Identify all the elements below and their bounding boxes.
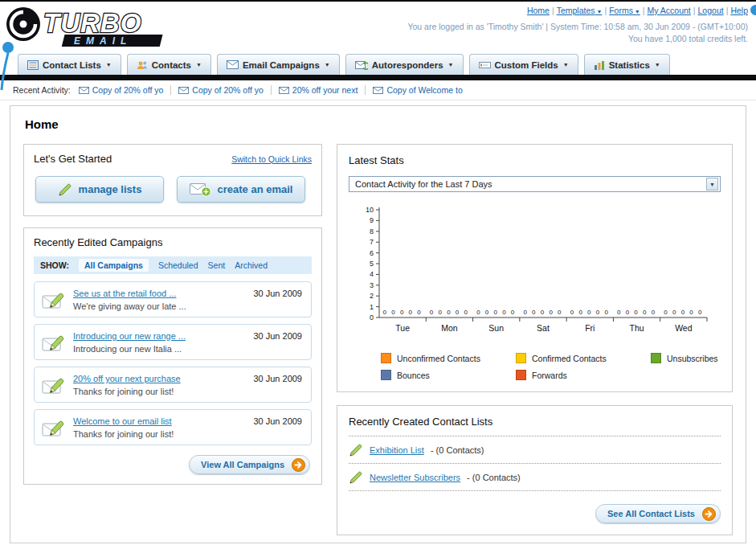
app-logo[interactable]: TURBO EMAIL [3,4,214,51]
svg-text:6: 6 [370,249,374,257]
top-header: TURBO EMAIL Home|Templates ▼|Forms ▼|My … [0,2,756,51]
envelope-icon [373,87,383,94]
stats-chart: 1098765432100 0 0 0 0Tue0 0 0 0 0Mon0 0 … [355,205,713,343]
svg-text:Wed: Wed [675,323,693,333]
switch-quick-links-link[interactable]: Switch to Quick Links [231,154,312,164]
svg-text:0 0 0 0 0: 0 0 0 0 0 [430,309,469,316]
recent-activity-item[interactable]: 20% off your next [271,85,366,95]
contact-list-item: Newsletter Subscribers- (0 Contacts) [349,464,721,491]
nav-tab-custom-fields[interactable]: Custom Fields▼ [469,54,578,75]
nav-tab-label: Email Campaigns [243,60,320,70]
legend-item-confirmed-contacts: Confirmed Contacts [516,353,651,363]
page-title: Home [25,117,733,131]
campaign-title-link[interactable]: See us at the retail food ... [73,289,176,298]
svg-text:5: 5 [370,260,374,268]
contact-lists-title: Recently Created Contact Lists [349,416,721,436]
email-campaigns-icon [227,60,239,69]
header-info: Home|Templates ▼|Forms ▼|My Account|Logo… [407,4,748,44]
campaign-title-link[interactable]: Welcome to our email list [73,416,172,426]
svg-text:Mon: Mon [441,323,458,333]
campaign-title-link[interactable]: Introducing our new range ... [73,331,186,341]
nav-tab-label: Statistics [609,60,650,70]
campaign-date: 30 Jun 2009 [253,416,302,426]
recent-activity-items: Copy of 20% off yoCopy of 20% off yo20% … [79,85,470,95]
recent-activity-link[interactable]: Copy of Welcome to [386,85,462,95]
arrow-right-icon [702,507,716,521]
contact-list-items: Exhibition List- (0 Contacts)Newsletter … [349,436,721,491]
envelope-icon [178,87,189,94]
autoresponders-icon [355,60,368,70]
manage-lists-label: manage lists [79,183,142,195]
recent-activity-link[interactable]: 20% off your next [292,85,358,95]
separator: | [693,6,696,15]
top-link-logout[interactable]: Logout [698,6,724,15]
nav-tab-contacts[interactable]: Contacts▼ [127,54,211,75]
view-all-campaigns-button[interactable]: View All Campaigns [189,455,310,474]
nav-tab-label: Contacts [152,60,191,70]
legend-label: Unconfirmed Contacts [397,354,480,363]
logo-secondary-text: EMAIL [74,35,132,47]
main-nav: Contact Lists▼Contacts▼Email Campaigns▼A… [0,51,756,75]
top-link-templates[interactable]: Templates ▼ [557,6,603,15]
chevron-down-icon: ▼ [106,62,112,68]
contact-lists-icon [27,60,39,70]
create-email-button[interactable]: create an email [177,176,305,203]
legend-swatch [381,370,391,380]
top-links: Home|Templates ▼|Forms ▼|My Account|Logo… [407,6,748,16]
envelope-pencil-icon [42,289,67,311]
create-email-label: create an email [218,183,293,195]
separator: | [726,6,729,15]
login-info: You are logged in as 'Timothy Smith' | S… [407,22,748,32]
chevron-down-icon: ▼ [633,9,640,14]
campaign-title-link[interactable]: 20% off your next purchase [73,374,181,383]
envelope-pencil-icon [42,331,67,354]
custom-fields-icon [479,60,491,70]
credits-info: You have 1,000 total credits left. [407,34,748,44]
legend-item-forwards: Forwards [516,370,651,380]
see-all-contact-lists-button[interactable]: See All Contact Lists [595,504,721,523]
contact-list-count: - (0 Contacts) [431,445,484,455]
svg-text:0 0 0 0 0: 0 0 0 0 0 [523,309,562,316]
campaign-tab-scheduled[interactable]: Scheduled [158,260,198,270]
logo-swirl-icon [6,7,40,41]
legend-item-unconfirmed-contacts: Unconfirmed Contacts [381,353,516,363]
svg-text:0 0 0 0 0: 0 0 0 0 0 [664,309,703,316]
nav-tab-email-campaigns[interactable]: Email Campaigns▼ [217,54,340,75]
contact-list-link[interactable]: Exhibition List [370,445,424,455]
campaign-tab-archived[interactable]: Archived [235,260,268,270]
svg-text:Sat: Sat [537,323,550,333]
top-link-forms[interactable]: Forms ▼ [609,6,640,15]
campaign-tab-all-campaigns[interactable]: All Campaigns [79,259,149,272]
logo-swoosh-decoration [0,37,18,92]
recent-activity-item[interactable]: Copy of 20% off yo [79,85,171,95]
top-link-home[interactable]: Home [527,6,550,15]
nav-tab-label: Contact Lists [43,60,101,70]
nav-tab-statistics[interactable]: Statistics▼ [584,54,670,75]
pencil-icon [349,470,363,485]
recent-activity-link[interactable]: Copy of 20% off yo [192,85,264,95]
nav-tab-autoresponders[interactable]: Autoresponders▼ [345,54,464,75]
envelope-pencil-icon [42,416,67,439]
top-link-my-account[interactable]: My Account [648,6,691,15]
campaign-subtitle: We're giving away our late ... [73,301,243,311]
recent-campaigns-panel: Recently Edited Campaigns SHOW: All Camp… [23,227,322,485]
contact-list-link[interactable]: Newsletter Subscribers [370,473,460,482]
legend-label: Confirmed Contacts [532,354,607,363]
campaigns-title: Recently Edited Campaigns [34,236,312,248]
manage-lists-button[interactable]: manage lists [35,176,164,203]
svg-text:0: 0 [370,313,374,322]
legend-item-bounces: Bounces [381,370,516,380]
main-content: Home Let's Get Started Switch to Quick L… [10,105,746,543]
nav-tab-contact-lists[interactable]: Contact Lists▼ [18,54,121,75]
top-link-help[interactable]: Help [730,6,748,15]
arrow-right-icon [292,458,305,472]
logo-primary-text: TURBO [43,8,141,38]
recent-activity-item[interactable]: Copy of 20% off yo [170,85,271,95]
stats-title: Latest Stats [349,154,721,166]
campaign-tab-sent[interactable]: Sent [208,260,226,270]
recent-activity-label: Recent Activity: [13,85,71,95]
stats-period-select[interactable]: Contact Activity for the Last 7 Days ▼ [349,176,721,192]
recent-activity-item[interactable]: Copy of Welcome to [365,85,469,95]
chevron-down-icon: ▼ [563,62,569,68]
recent-activity-link[interactable]: Copy of 20% off yo [92,85,164,95]
